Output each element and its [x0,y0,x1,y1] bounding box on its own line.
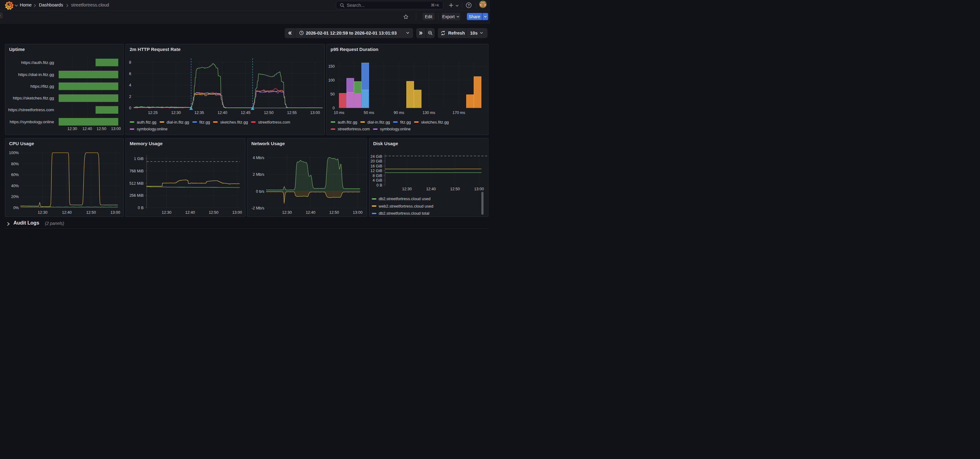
svg-text:12:25: 12:25 [148,111,158,115]
svg-text:170 ms: 170 ms [452,111,465,115]
svg-text:10 ms: 10 ms [334,111,344,115]
svg-text:12:40: 12:40 [185,210,195,215]
svg-text:0 B: 0 B [376,183,382,188]
svg-text:13:00: 13:00 [353,210,363,215]
svg-text:0%: 0% [13,206,19,210]
svg-text:12:30: 12:30 [282,210,292,215]
svg-text:150: 150 [328,64,335,69]
svg-text:?: ? [468,3,469,7]
svg-text:13:00: 13:00 [310,111,320,115]
svg-text:12:40: 12:40 [426,187,436,191]
svg-text:12:40: 12:40 [62,210,71,215]
svg-text:12:30: 12:30 [67,127,77,131]
svg-text:12:40: 12:40 [82,127,92,131]
svg-text:100: 100 [328,78,335,83]
svg-text:90 ms: 90 ms [393,111,404,115]
svg-text:12:50: 12:50 [209,210,218,215]
svg-text:-2 Mb/s: -2 Mb/s [251,206,264,210]
svg-text:https://streetfortress.com: https://streetfortress.com [8,107,54,112]
svg-text:130 ms: 130 ms [422,111,435,115]
svg-text:4: 4 [129,83,131,88]
svg-text:20 GiB: 20 GiB [370,159,382,163]
svg-text:12:30: 12:30 [171,111,181,115]
svg-text:12:50: 12:50 [96,127,106,131]
svg-text:0 b/s: 0 b/s [256,189,264,193]
svg-text:13:00: 13:00 [232,210,242,215]
svg-text:2 Mb/s: 2 Mb/s [253,172,264,177]
svg-text:https://auth.fitz.gg: https://auth.fitz.gg [21,60,54,65]
svg-text:12:40: 12:40 [218,111,227,115]
svg-text:https://sketches.fitz.gg: https://sketches.fitz.gg [13,96,54,100]
svg-text:8: 8 [129,60,131,65]
svg-text:0: 0 [332,106,335,110]
svg-text:12:35: 12:35 [194,111,204,115]
svg-text:2: 2 [129,94,131,99]
svg-text:https://symbology.online: https://symbology.online [10,120,54,124]
svg-text:12:50: 12:50 [329,210,339,215]
svg-text:13:00: 13:00 [474,187,484,191]
svg-text:12:50: 12:50 [450,187,460,191]
svg-text:512 MiB: 512 MiB [129,181,143,185]
svg-text:40%: 40% [11,183,19,188]
svg-text:50: 50 [330,92,335,96]
svg-text:https://fitz.gg: https://fitz.gg [30,84,54,89]
svg-text:12:45: 12:45 [241,111,250,115]
svg-text:13:00: 13:00 [111,127,121,131]
svg-text:768 MiB: 768 MiB [129,169,143,173]
svg-text:12:30: 12:30 [162,210,171,215]
svg-text:13:00: 13:00 [110,210,120,215]
svg-text:12:40: 12:40 [305,210,315,215]
svg-text:12:50: 12:50 [264,111,274,115]
svg-text:0: 0 [129,106,131,110]
svg-text:4 Mb/s: 4 Mb/s [253,155,264,160]
svg-text:https://dial-in.fitz.gg: https://dial-in.fitz.gg [18,72,54,77]
svg-text:256 MiB: 256 MiB [129,193,143,198]
svg-text:12:50: 12:50 [86,210,96,215]
svg-text:0 B: 0 B [138,206,143,210]
svg-text:50 ms: 50 ms [363,111,374,115]
svg-text:1 GiB: 1 GiB [134,156,143,161]
svg-text:80%: 80% [11,161,19,166]
svg-text:100%: 100% [9,151,19,155]
svg-text:4 GiB: 4 GiB [372,178,382,183]
svg-text:60%: 60% [11,173,19,177]
svg-text:6: 6 [129,72,131,76]
svg-text:12:30: 12:30 [38,210,47,215]
svg-text:12 GiB: 12 GiB [370,169,382,173]
svg-text:24 GiB: 24 GiB [370,154,382,158]
svg-text:16 GiB: 16 GiB [370,164,382,168]
svg-text:12:55: 12:55 [287,111,297,115]
svg-text:8 GiB: 8 GiB [372,173,382,178]
svg-text:12:30: 12:30 [402,187,412,191]
svg-text:20%: 20% [11,194,19,199]
